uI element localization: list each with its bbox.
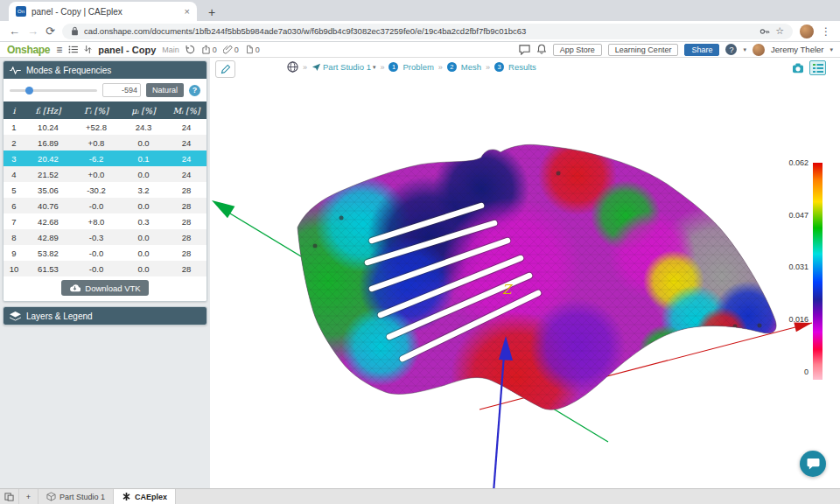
modes-table-head: i fᵢ [Hz] Γᵢ [%] μᵢ [%] Mᵢ [%] (4, 102, 206, 119)
legend-toggle-button[interactable] (809, 60, 826, 75)
table-cell: +8.0 (72, 214, 121, 229)
table-cell: -0.0 (72, 261, 121, 276)
link-counter[interactable]: 0 (223, 45, 239, 54)
manage-tabs-button[interactable] (0, 489, 19, 504)
breadcrumb-label: Results (508, 62, 536, 72)
download-vtk-button[interactable]: Download VTK (61, 280, 148, 296)
layers-icon (10, 312, 21, 321)
table-row[interactable]: 640.76-0.00.028 (4, 198, 206, 214)
browser-menu-icon[interactable]: ⋮ (821, 25, 831, 38)
table-cell: 24 (166, 150, 206, 166)
viewport-tools (789, 60, 826, 75)
breadcrumb-problem[interactable]: 1 Problem (388, 62, 433, 72)
layers-panel-title: Layers & Legend (26, 312, 93, 321)
tab-caeplex[interactable]: CAEplex (114, 489, 176, 504)
scale-slider[interactable] (10, 89, 97, 92)
browser-toolbar: ← → ⟳ cad.onshape.com/documents/1bfb244f… (0, 21, 840, 42)
scale-controls: Natural ? (4, 79, 206, 102)
onshape-logo[interactable]: Onshape (7, 44, 50, 56)
notifications-bell-icon[interactable] (536, 44, 547, 55)
forward-icon[interactable]: → (27, 25, 38, 37)
app-store-button[interactable]: App Store (553, 44, 602, 56)
help-circle-icon[interactable]: ? (189, 85, 200, 96)
modes-panel-header[interactable]: Modes & Frequencies (4, 61, 206, 79)
col-header-mu[interactable]: μᵢ [%] (121, 102, 166, 119)
table-cell: -0.0 (72, 245, 121, 261)
screenshot-button[interactable] (789, 60, 806, 75)
table-cell: 3.2 (121, 182, 166, 198)
workspace-name[interactable]: Main (162, 46, 179, 54)
globe-icon[interactable] (287, 61, 298, 73)
fea-mesh-plate[interactable] (245, 128, 796, 443)
table-row[interactable]: 842.89-0.30.028 (4, 229, 206, 245)
slider-thumb-icon[interactable] (25, 87, 33, 94)
reload-icon[interactable]: ⟳ (46, 25, 55, 37)
col-header-index[interactable]: i (4, 102, 24, 119)
new-tab-button[interactable]: + (202, 4, 221, 21)
bookmark-star-icon[interactable]: ☆ (775, 25, 784, 37)
table-row[interactable]: 216.89+0.80.024 (4, 135, 206, 150)
cloud-download-icon (69, 284, 80, 292)
table-cell: 24 (166, 119, 206, 135)
share-counter[interactable]: 0 (201, 45, 217, 54)
3d-scene[interactable] (210, 58, 840, 488)
tab-manager-icon (4, 492, 14, 501)
table-row[interactable]: 320.42-6.20.124 (4, 150, 206, 166)
table-cell: 35.06 (24, 182, 72, 198)
table-cell: 0.0 (121, 198, 166, 214)
follow-mode-icon[interactable] (84, 45, 92, 54)
breadcrumb-part-studio[interactable]: Part Studio 1 ▾ (312, 62, 375, 72)
address-bar[interactable]: cad.onshape.com/documents/1bfb244f5bb5b9… (62, 24, 793, 39)
table-cell: 28 (166, 198, 206, 214)
browser-tab[interactable]: On panel - Copy | CAEplex × (9, 2, 197, 21)
back-icon[interactable]: ← (9, 25, 20, 37)
col-header-frequency[interactable]: fᵢ [Hz] (24, 102, 72, 119)
document-counter[interactable]: 0 (245, 45, 260, 54)
waveform-icon (10, 66, 21, 74)
tab-label: Part Studio 1 (60, 493, 105, 501)
colorbar-label: 0.062 (774, 158, 808, 167)
key-icon[interactable] (760, 26, 770, 37)
table-cell: 21.52 (24, 166, 72, 182)
red-axis-arrow-icon (794, 323, 812, 332)
table-row[interactable]: 535.06-30.23.228 (4, 182, 206, 198)
table-row[interactable]: 953.82-0.00.028 (4, 245, 206, 261)
close-tab-icon[interactable]: × (185, 6, 190, 17)
natural-button[interactable]: Natural (146, 83, 184, 97)
document-menu-icon[interactable]: ≡ (56, 44, 62, 56)
share-button[interactable]: Share (684, 44, 719, 56)
col-header-mass[interactable]: Mᵢ [%] (166, 102, 206, 119)
history-icon[interactable] (186, 45, 195, 54)
col-header-gamma[interactable]: Γᵢ [%] (72, 102, 121, 119)
table-row[interactable]: 742.68+8.00.328 (4, 214, 206, 229)
breadcrumb-results[interactable]: 3 Results (494, 62, 536, 72)
layers-panel-header[interactable]: Layers & Legend (4, 307, 206, 325)
breadcrumb-mesh[interactable]: 2 Mesh (447, 62, 481, 72)
edit-button[interactable] (215, 60, 235, 78)
camera-icon (792, 63, 804, 74)
add-element-button[interactable]: + (19, 489, 38, 504)
share-count: 0 (213, 46, 217, 54)
table-row[interactable]: 1061.53-0.00.028 (4, 261, 206, 276)
table-cell: +0.8 (72, 135, 121, 150)
table-cell: 61.53 (24, 261, 72, 276)
table-row[interactable]: 110.24+52.824.324 (4, 119, 206, 135)
versions-icon[interactable] (68, 46, 78, 53)
table-cell: 7 (4, 214, 24, 229)
viewport[interactable]: » Part Studio 1 ▾ » 1 Problem » 2 Mesh »… (210, 58, 840, 488)
colorbar-label: 0.031 (774, 262, 808, 271)
table-cell: 10 (4, 261, 24, 276)
colorbar-label: 0.016 (774, 315, 808, 324)
chat-widget-button[interactable] (800, 451, 826, 477)
table-row[interactable]: 421.52+0.00.024 (4, 166, 206, 182)
comments-icon[interactable] (519, 44, 530, 55)
tab-part-studio[interactable]: Part Studio 1 (38, 489, 114, 504)
user-menu-caret-icon[interactable]: ▾ (830, 46, 833, 53)
user-avatar[interactable] (752, 44, 765, 56)
learning-center-button[interactable]: Learning Center (608, 44, 679, 56)
help-button[interactable]: ? (725, 44, 737, 55)
chevron-down-icon: ▾ (373, 64, 376, 71)
scale-value-input[interactable] (102, 83, 141, 97)
part-studio-icon (312, 62, 321, 72)
browser-profile-avatar[interactable] (800, 24, 814, 38)
